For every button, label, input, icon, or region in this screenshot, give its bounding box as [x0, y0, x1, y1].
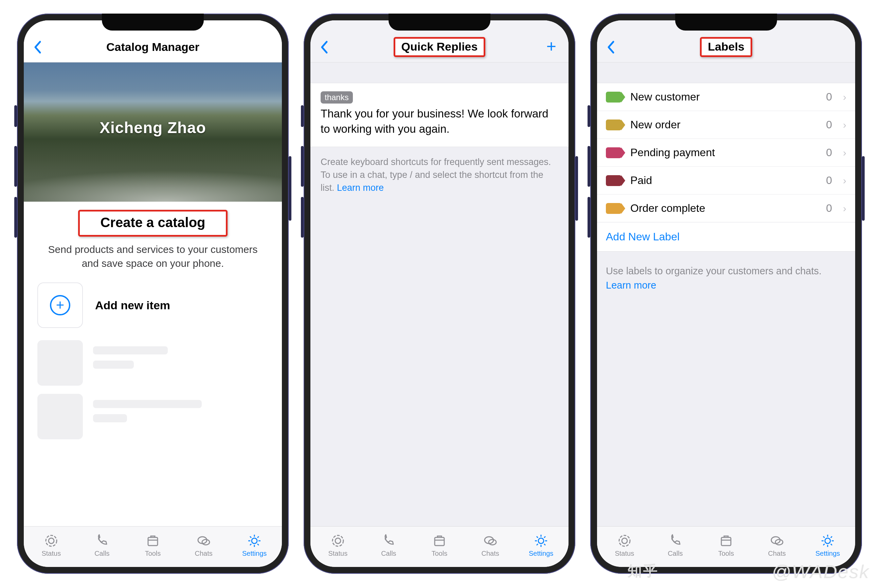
settings-icon — [820, 533, 836, 548]
svg-point-5 — [252, 538, 257, 543]
tab-calls[interactable]: Calls — [370, 533, 407, 558]
learn-more-link[interactable]: Learn more — [337, 183, 384, 193]
chevron-right-icon: › — [843, 202, 846, 214]
calls-icon — [667, 533, 683, 548]
svg-rect-30 — [721, 537, 731, 546]
settings-icon — [533, 533, 549, 548]
header-labels: Labels — [597, 20, 855, 63]
label-row[interactable]: Order complete0› — [597, 194, 855, 222]
tab-label: Calls — [381, 550, 396, 558]
tools-icon — [431, 533, 448, 548]
back-button[interactable] — [320, 40, 328, 54]
tab-status[interactable]: Status — [33, 533, 70, 558]
chevron-right-icon: › — [843, 175, 846, 186]
learn-more-link[interactable]: Learn more — [606, 280, 656, 291]
tab-status[interactable]: Status — [606, 533, 643, 558]
header-title: Catalog Manager — [106, 40, 199, 54]
chats-icon — [769, 533, 785, 548]
svg-line-13 — [250, 544, 251, 545]
label-name: Order complete — [630, 202, 817, 214]
tab-tools[interactable]: Tools — [421, 533, 458, 558]
tab-tools[interactable]: Tools — [707, 533, 745, 558]
header-quick-replies: Quick Replies + — [311, 20, 569, 63]
tab-label: Chats — [768, 550, 785, 558]
tab-label: Settings — [529, 550, 553, 558]
add-item-label: Add new item — [95, 299, 170, 312]
settings-icon — [246, 533, 263, 548]
label-row[interactable]: Pending payment0› — [597, 138, 855, 166]
label-name: Pending payment — [630, 146, 817, 159]
tab-calls[interactable]: Calls — [83, 533, 120, 558]
label-color-icon — [606, 92, 622, 102]
status-icon — [43, 533, 59, 548]
svg-point-19 — [538, 538, 544, 543]
back-button[interactable] — [33, 40, 41, 54]
tab-label: Status — [328, 550, 347, 558]
svg-line-25 — [544, 544, 545, 545]
label-name: New customer — [630, 91, 817, 103]
svg-line-10 — [250, 536, 251, 538]
chevron-right-icon: › — [843, 119, 846, 131]
catalog-hero-image: Xicheng Zhao — [24, 63, 282, 202]
help-text: Use labels to organize your customers an… — [597, 252, 855, 304]
label-color-icon — [606, 147, 622, 158]
phone-frame-labels: Labels New customer0›New order0›Pending … — [590, 14, 862, 574]
tab-calls[interactable]: Calls — [656, 533, 694, 558]
chevron-right-icon: › — [843, 92, 846, 103]
svg-line-11 — [257, 544, 259, 545]
svg-point-1 — [48, 538, 54, 543]
add-button[interactable]: + — [547, 36, 556, 56]
tab-label: Calls — [668, 550, 683, 558]
plus-circle-icon: + — [50, 295, 70, 315]
tab-settings[interactable]: Settings — [809, 533, 846, 558]
quick-reply-tag: thanks — [321, 92, 353, 104]
add-new-item-button[interactable]: + Add new item — [38, 270, 268, 340]
tab-settings[interactable]: Settings — [522, 533, 560, 558]
tab-label: Status — [615, 550, 634, 558]
svg-line-41 — [823, 544, 824, 545]
tab-label: Tools — [718, 550, 734, 558]
svg-point-29 — [622, 538, 627, 543]
tab-settings[interactable]: Settings — [236, 533, 273, 558]
label-row[interactable]: New order0› — [597, 111, 855, 138]
svg-point-0 — [46, 536, 57, 546]
header-catalog: Catalog Manager — [24, 20, 282, 63]
svg-line-27 — [537, 544, 538, 545]
quick-reply-text: Thank you for your business! We look for… — [321, 106, 558, 136]
phone-frame-catalog: Catalog Manager Xicheng Zhao Create a ca… — [17, 14, 289, 574]
label-color-icon — [606, 120, 622, 130]
tab-label: Chats — [481, 550, 499, 558]
create-catalog-button[interactable]: Create a catalog — [78, 210, 227, 237]
svg-point-15 — [335, 538, 341, 543]
tabbar: StatusCallsToolsChatsSettings — [597, 526, 855, 567]
tools-icon — [718, 533, 734, 548]
plus-square-icon: + — [38, 282, 83, 328]
status-icon — [330, 533, 346, 548]
back-button[interactable] — [607, 40, 615, 54]
calls-icon — [380, 533, 396, 548]
tab-tools[interactable]: Tools — [134, 533, 171, 558]
chats-icon — [196, 533, 212, 548]
skeleton-item — [38, 394, 268, 439]
business-name: Xicheng Zhao — [24, 118, 282, 137]
label-count: 0 — [826, 146, 832, 159]
tab-chats[interactable]: Chats — [472, 533, 509, 558]
label-color-icon — [606, 175, 622, 186]
svg-line-26 — [544, 536, 545, 538]
label-count: 0 — [826, 174, 832, 187]
svg-rect-2 — [148, 537, 158, 546]
svg-point-14 — [332, 536, 343, 546]
tab-chats[interactable]: Chats — [758, 533, 796, 558]
tools-icon — [145, 533, 161, 548]
label-row[interactable]: Paid0› — [597, 166, 855, 194]
skeleton-item — [38, 340, 268, 386]
label-row[interactable]: New customer0› — [597, 83, 855, 111]
tab-status[interactable]: Status — [319, 533, 357, 558]
label-color-icon — [606, 203, 622, 214]
tabbar: StatusCallsToolsChatsSettings — [24, 526, 282, 567]
tab-label: Settings — [242, 550, 267, 558]
add-new-label-button[interactable]: Add New Label — [597, 222, 855, 252]
quick-reply-item[interactable]: thanks Thank you for your business! We l… — [311, 83, 569, 147]
tab-chats[interactable]: Chats — [185, 533, 222, 558]
svg-rect-16 — [435, 537, 444, 546]
